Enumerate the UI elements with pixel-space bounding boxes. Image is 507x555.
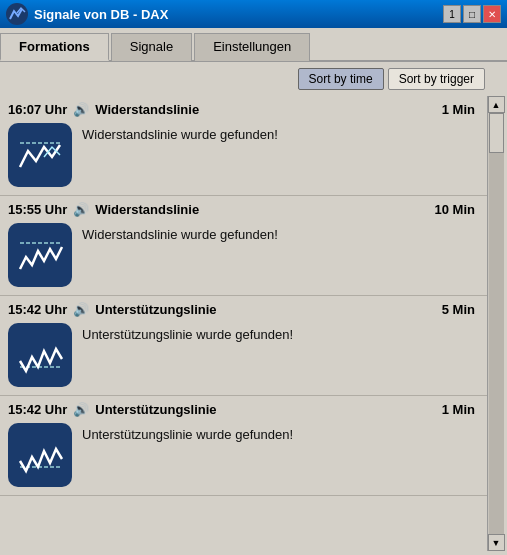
signal-duration: 5 Min — [442, 302, 475, 317]
signal-name: Widerstandslinie — [95, 202, 428, 217]
signal-description: Unterstützungslinie wurde gefunden! — [82, 323, 293, 342]
signal-body: Unterstützungslinie wurde gefunden! — [8, 423, 479, 487]
signal-body: Widerstandslinie wurde gefunden! — [8, 123, 479, 187]
unterstutzung-icon-2 — [8, 423, 72, 487]
widerstand-icon-2 — [8, 223, 72, 287]
signal-name: Widerstandslinie — [95, 102, 436, 117]
signal-body: Unterstützungslinie wurde gefunden! — [8, 323, 479, 387]
signal-item: 15:42 Uhr 🔊 Unterstützungslinie 5 Min Un… — [0, 296, 487, 396]
signal-description: Widerstandslinie wurde gefunden! — [82, 123, 278, 142]
scroll-up-arrow[interactable]: ▲ — [488, 96, 505, 113]
scroll-track[interactable] — [489, 113, 504, 534]
scroll-thumb[interactable] — [489, 113, 504, 153]
signal-description: Widerstandslinie wurde gefunden! — [82, 223, 278, 242]
signal-body: Widerstandslinie wurde gefunden! — [8, 223, 479, 287]
content-wrapper: 16:07 Uhr 🔊 Widerstandslinie 1 Min Wider… — [0, 96, 507, 551]
signal-header: 15:42 Uhr 🔊 Unterstützungslinie 1 Min — [8, 402, 479, 417]
signal-header: 15:42 Uhr 🔊 Unterstützungslinie 5 Min — [8, 302, 479, 317]
signal-time: 15:55 Uhr — [8, 202, 67, 217]
signal-description: Unterstützungslinie wurde gefunden! — [82, 423, 293, 442]
window-title: Signale von DB - DAX — [34, 7, 437, 22]
unterstutzung-icon-1 — [8, 323, 72, 387]
signal-header: 15:55 Uhr 🔊 Widerstandslinie 10 Min — [8, 202, 479, 217]
sort-bar: Sort by time Sort by trigger — [0, 62, 507, 96]
signal-name: Unterstützungslinie — [95, 402, 436, 417]
close-button[interactable]: ✕ — [483, 5, 501, 23]
signal-name: Unterstützungslinie — [95, 302, 436, 317]
tab-einstellungen[interactable]: Einstellungen — [194, 33, 310, 61]
signal-time: 15:42 Uhr — [8, 302, 67, 317]
signal-time: 16:07 Uhr — [8, 102, 67, 117]
signal-item: 15:55 Uhr 🔊 Widerstandslinie 10 Min Wide… — [0, 196, 487, 296]
signal-item: 15:42 Uhr 🔊 Unterstützungslinie 1 Min Un… — [0, 396, 487, 496]
window-controls: 1 □ ✕ — [443, 5, 501, 23]
tab-formations[interactable]: Formations — [0, 33, 109, 61]
sort-by-trigger-button[interactable]: Sort by trigger — [388, 68, 485, 90]
signal-header: 16:07 Uhr 🔊 Widerstandslinie 1 Min — [8, 102, 479, 117]
signal-duration: 10 Min — [435, 202, 475, 217]
sound-icon: 🔊 — [73, 102, 89, 117]
widerstand-icon-1 — [8, 123, 72, 187]
signal-duration: 1 Min — [442, 402, 475, 417]
signal-list: 16:07 Uhr 🔊 Widerstandslinie 1 Min Wider… — [0, 96, 487, 551]
sound-icon: 🔊 — [73, 402, 89, 417]
minimize-button[interactable]: 1 — [443, 5, 461, 23]
sort-by-time-button[interactable]: Sort by time — [298, 68, 384, 90]
maximize-button[interactable]: □ — [463, 5, 481, 23]
app-logo — [6, 3, 28, 25]
scrollbar[interactable]: ▲ ▼ — [487, 96, 504, 551]
signal-duration: 1 Min — [442, 102, 475, 117]
tab-signale[interactable]: Signale — [111, 33, 192, 61]
signal-time: 15:42 Uhr — [8, 402, 67, 417]
sound-icon: 🔊 — [73, 302, 89, 317]
scroll-down-arrow[interactable]: ▼ — [488, 534, 505, 551]
signal-item: 16:07 Uhr 🔊 Widerstandslinie 1 Min Wider… — [0, 96, 487, 196]
tab-bar: Formations Signale Einstellungen — [0, 28, 507, 62]
sound-icon: 🔊 — [73, 202, 89, 217]
title-bar: Signale von DB - DAX 1 □ ✕ — [0, 0, 507, 28]
